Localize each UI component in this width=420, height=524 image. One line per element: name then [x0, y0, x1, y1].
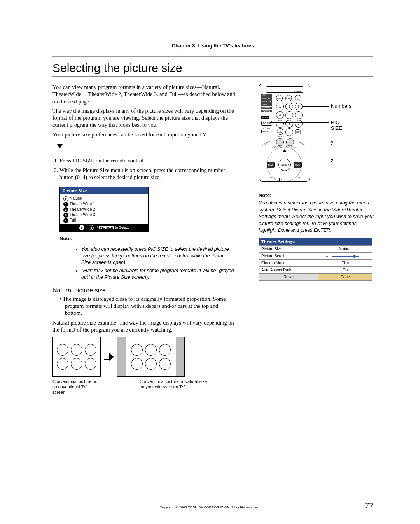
- num-3-button[interactable]: 3: [295, 103, 303, 110]
- right-note: You also can select the picture size usi…: [259, 200, 375, 234]
- num-8-button[interactable]: 8: [285, 120, 293, 128]
- natural-subhead: Natural picture size: [52, 287, 235, 294]
- mute-label: MUTE: [278, 135, 284, 138]
- arrow-right-icon: [104, 354, 114, 360]
- left-note-label: Note:: [60, 236, 235, 241]
- intro-paragraph-1: You can view many program formats in a v…: [52, 84, 235, 105]
- num-5-button[interactable]: 5: [285, 111, 293, 119]
- num-2-button[interactable]: 2: [285, 103, 293, 110]
- page-number: 77: [365, 501, 373, 511]
- page-title: Selecting the picture size: [52, 61, 373, 75]
- callout-z: z: [331, 157, 334, 163]
- done-button[interactable]: Done: [318, 273, 372, 280]
- natural-bullet: The image is displayed close to its orig…: [65, 295, 235, 317]
- num-6-button[interactable]: 6: [295, 111, 303, 119]
- steps-list: Press PIC SIZE on the remote control. Wh…: [52, 157, 235, 181]
- title-rule: [52, 76, 373, 77]
- next-button[interactable]: NEXT: [294, 162, 302, 168]
- example-intro: Natural picture size example: The way th…: [52, 319, 235, 334]
- intro-paragraph-2: The way the image displays in any of the…: [52, 107, 235, 129]
- caption-left: Conventional picture on a conventional T…: [52, 379, 100, 395]
- step-2: While the Picture Size menu is on-screen…: [60, 167, 235, 181]
- picture-scroll-slider[interactable]: ••: [332, 255, 359, 257]
- right-column: • TV • CBL/SAT • VCR/PVR • DVD • AUDIO 1…: [259, 84, 383, 395]
- pic-size-button[interactable]: PIC SIZE: [261, 121, 272, 126]
- theater-settings-table: Theater Settings Picture SizeNatural Pic…: [259, 238, 372, 281]
- num-7-button[interactable]: 7: [276, 120, 284, 128]
- reset-button[interactable]: Reset: [259, 273, 318, 280]
- power-button[interactable]: ⏻: [295, 95, 301, 101]
- action-label: ACTION RECALL: [261, 128, 271, 133]
- left-column: You can view many program formats in a v…: [52, 84, 235, 395]
- input-button[interactable]: INPUT: [295, 129, 301, 134]
- example-row: [52, 337, 235, 377]
- right-note-label: Note:: [259, 192, 383, 198]
- chapter-header: Chapter 8: Using the TV's features: [52, 43, 373, 49]
- callout-numbers: Numbers: [331, 103, 352, 109]
- psize-item-2: TheaterWide 2: [70, 207, 95, 211]
- picture-size-menu-title: Picture Size: [60, 187, 148, 194]
- psize-item-4: Full: [70, 218, 76, 222]
- step-1: Press PIC SIZE on the remote control.: [60, 157, 235, 164]
- remote-diagram: • TV • CBL/SAT • VCR/PVR • DVD • AUDIO 1…: [259, 84, 340, 181]
- back-button[interactable]: BACK: [267, 162, 275, 168]
- num-1-button[interactable]: 1: [276, 103, 284, 110]
- num-4-button[interactable]: 4: [276, 111, 284, 119]
- num-0-button[interactable]: 0: [285, 128, 293, 136]
- psize-item-1: TheaterWide 1: [70, 202, 95, 206]
- left-note-list: You also can repeatedly press PIC SIZE t…: [60, 246, 235, 280]
- top-rule: [52, 56, 373, 57]
- left-note-1: You also can repeatedly press PIC SIZE t…: [81, 246, 235, 266]
- tvvcr-button[interactable]: TV/VCR: [276, 95, 283, 101]
- widescreen-tv-icon: [117, 337, 185, 377]
- callout-picsize: PIC SIZE: [331, 119, 342, 131]
- copyright: Copyright © 2005 TOSHIBA CORPORATION. Al…: [0, 505, 420, 509]
- callout-y: y: [331, 139, 334, 145]
- picture-size-menu-footer: 0 0 - 4 - 4 / PIC SIZE to Select: [60, 224, 148, 231]
- intro-paragraph-3: Your picture size preferences can be sav…: [52, 131, 235, 138]
- num-9-button[interactable]: 9: [295, 120, 303, 128]
- theater-title: Theater Settings: [259, 238, 372, 245]
- procedure-marker-icon: [57, 144, 63, 148]
- page-footer: Copyright © 2005 TOSHIBA CORPORATION. Al…: [0, 505, 420, 509]
- picture-size-menu: Picture Size 0Natural 1TheaterWide 1 2Th…: [60, 187, 149, 232]
- enter-button[interactable]: ENTER: [278, 159, 291, 171]
- caption-right: Conventional picture in Natural size on …: [140, 379, 210, 395]
- num-100-button[interactable]: 100: [277, 128, 284, 135]
- psize-item-0: Natural: [70, 196, 82, 201]
- psize-item-3: TheaterWide 3: [70, 213, 95, 217]
- conventional-tv-icon: [52, 337, 101, 377]
- left-note-2: "Full" may not be available for some pro…: [81, 267, 235, 281]
- sleep-button[interactable]: SLEEP: [285, 95, 292, 101]
